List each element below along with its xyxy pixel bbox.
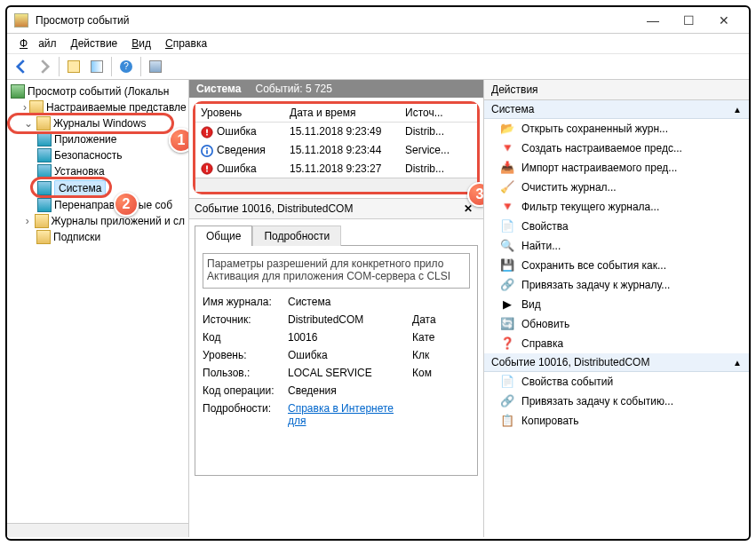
tab-general[interactable]: Общие [195,226,252,246]
value-code: 10016 [288,331,412,344]
toolbar: ? [7,53,749,80]
action-item[interactable]: 🔄Обновить [484,314,749,334]
detail-description: Параметры разрешений для конкретного при… [203,253,470,289]
action-item[interactable]: 📄Свойства событий [484,372,749,392]
tree-root[interactable]: Просмотр событий (Локальн [9,83,187,99]
action-item[interactable]: 🔍Найти... [484,236,749,256]
actions-sub-event[interactable]: Событие 10016, DistributedCOM▲ [484,353,749,372]
close-button[interactable]: ✕ [706,8,742,33]
svg-rect-4 [206,150,208,154]
actions-pane: Действия Система▲ 📂Открыть сохраненный ж… [484,80,749,537]
action-item[interactable]: 💾Сохранить все события как... [484,256,749,275]
center-pane: СистемаСобытий: 5 725 Уровень Дата и вре… [189,80,484,537]
toolbar-btn-1[interactable] [63,56,84,77]
value-log: Система [288,296,412,308]
label-log: Имя журнала: [203,296,288,308]
label-source: Источник: [203,313,288,326]
tab-details[interactable]: Подробности [252,226,341,246]
highlight-1 [7,113,174,134]
tree-pane: Просмотр событий (Локальн ›Настраиваемые… [7,80,189,537]
event-row[interactable]: Ошибка15.11.2018 9:23:49Distrib... [195,123,477,141]
event-row[interactable]: Ошибка15.11.2018 9:23:27Distrib... [195,160,477,178]
menu-view[interactable]: Вид [126,36,156,51]
action-item[interactable]: 📂Открыть сохраненный журн... [484,119,749,138]
value-opcode: Сведения [288,384,412,397]
event-row[interactable]: Сведения15.11.2018 9:23:44Service... [195,141,477,160]
event-grid: Уровень Дата и время Источ... Ошибка15.1… [193,101,480,194]
action-item[interactable]: 🔻Фильтр текущего журнала... [484,197,749,217]
label-code: Код [203,331,288,344]
tree-forwarded[interactable]: Перенаправленные соб [9,197,187,213]
action-item[interactable]: 📄Свойства [484,217,749,236]
tree-scrollbar[interactable] [7,523,188,537]
app-icon [14,13,28,28]
tree-app-services[interactable]: ›Журналы приложений и сл [9,213,187,229]
minimize-button[interactable]: — [635,8,671,33]
menu-file[interactable]: Файл [14,36,62,51]
toolbar-btn-3[interactable] [145,56,166,77]
details-link[interactable]: Справка в Интернете для [288,402,394,427]
forward-button[interactable] [34,56,55,77]
label-level: Уровень: [203,349,288,361]
svg-rect-7 [206,166,208,170]
titlebar: Просмотр событий — ☐ ✕ [7,7,749,34]
menu-bar: Файл Действие Вид Справка [7,34,749,53]
col-source[interactable]: Источ... [400,104,477,122]
svg-rect-5 [206,147,208,149]
menu-help[interactable]: Справка [160,36,212,51]
action-item[interactable]: ▶Вид [484,295,749,314]
center-header: СистемаСобытий: 5 725 [189,80,483,98]
menu-action[interactable]: Действие [66,36,123,51]
value-user: LOCAL SERVICE [288,367,412,379]
label-opcode: Код операции: [203,384,288,397]
back-button[interactable] [11,56,32,77]
action-item[interactable]: 🧹Очистить журнал... [484,178,749,197]
label-details: Подробности: [203,402,288,427]
highlight-2 [30,177,112,198]
action-item[interactable]: ❓Справка [484,334,749,353]
window-title: Просмотр событий [36,14,635,27]
toolbar-btn-2[interactable] [86,56,107,77]
detail-header: Событие 10016, DistributedCOM ✕ [189,198,483,219]
action-item[interactable]: 🔻Создать настраиваемое предс... [484,138,749,158]
tree-subscriptions[interactable]: Подписки [9,229,187,245]
action-item[interactable]: 🔗Привязать задачу к событию... [484,392,749,411]
actions-sub-system[interactable]: Система▲ [484,100,749,119]
action-item[interactable]: 📋Копировать [484,411,749,431]
help-icon[interactable]: ? [115,56,137,77]
bubble-2: 2 [114,192,139,217]
svg-rect-2 [206,134,208,136]
col-date[interactable]: Дата и время [284,104,400,122]
svg-rect-8 [206,170,208,172]
value-level: Ошибка [288,349,412,361]
svg-rect-1 [206,129,208,132]
detail-body: Параметры разрешений для конкретного при… [195,245,478,476]
value-source: DistributedCOM [288,313,412,326]
bubble-1: 1 [169,128,189,153]
grid-scrollbar[interactable] [195,178,477,192]
tree-security[interactable]: Безопасность [9,147,187,163]
maximize-button[interactable]: ☐ [671,8,706,33]
action-item[interactable]: 📥Импорт настраиваемого пред... [484,158,749,178]
action-item[interactable]: 🔗Привязать задачу к журналу... [484,275,749,295]
label-user: Пользов.: [203,367,288,379]
actions-header: Действия [484,80,749,100]
col-level[interactable]: Уровень [195,104,284,122]
